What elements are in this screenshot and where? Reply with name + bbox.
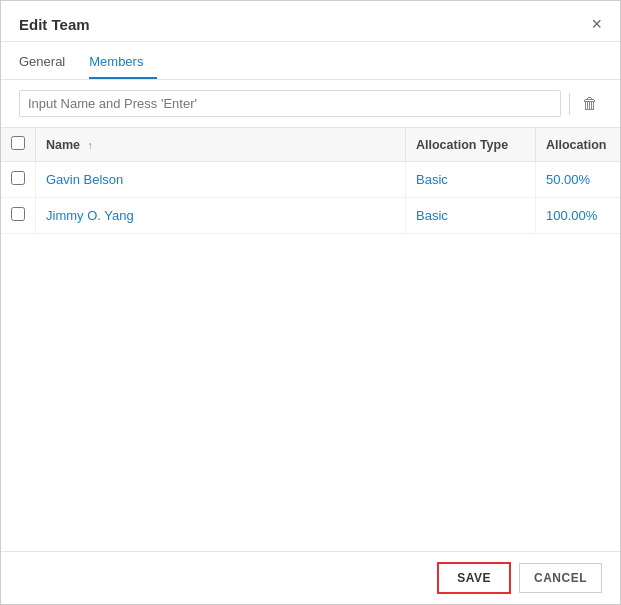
search-bar: 🗑 xyxy=(1,80,620,128)
modal-header: Edit Team × xyxy=(1,1,620,42)
table-row: Jimmy O. Yang Basic 100.00% xyxy=(1,198,620,234)
close-button[interactable]: × xyxy=(591,15,602,33)
modal-footer: SAVE CANCEL xyxy=(1,551,620,604)
members-table-wrapper: Name ↑ Allocation Type Allocation xyxy=(1,128,620,551)
col-header-allocation: Allocation xyxy=(536,128,621,162)
edit-team-modal: Edit Team × General Members 🗑 Name xyxy=(0,0,621,605)
row-2-alloc-type-cell: Basic xyxy=(406,198,536,234)
save-button[interactable]: SAVE xyxy=(437,562,511,594)
row-2-checkbox[interactable] xyxy=(11,207,25,221)
table-row: Gavin Belson Basic 50.00% xyxy=(1,162,620,198)
member-name-link[interactable]: Jimmy O. Yang xyxy=(46,208,134,223)
row-1-alloc-value: 50.00% xyxy=(546,172,590,187)
row-1-alloc-cell: 50.00% xyxy=(536,162,621,198)
members-table: Name ↑ Allocation Type Allocation xyxy=(1,128,620,234)
delete-icon[interactable]: 🗑 xyxy=(578,95,602,113)
row-1-alloc-type: Basic xyxy=(416,172,448,187)
modal-title: Edit Team xyxy=(19,16,90,33)
row-1-name-cell: Gavin Belson xyxy=(36,162,406,198)
col-header-allocation-type: Allocation Type xyxy=(406,128,536,162)
row-2-alloc-value: 100.00% xyxy=(546,208,597,223)
header-checkbox-cell xyxy=(1,128,36,162)
tabs-bar: General Members xyxy=(1,46,620,80)
member-name-link[interactable]: Gavin Belson xyxy=(46,172,123,187)
row-1-checkbox[interactable] xyxy=(11,171,25,185)
vertical-divider xyxy=(569,93,570,115)
row-2-name-cell: Jimmy O. Yang xyxy=(36,198,406,234)
sort-icon: ↑ xyxy=(88,139,94,151)
row-checkbox-cell xyxy=(1,198,36,234)
tab-general[interactable]: General xyxy=(19,46,79,79)
cancel-button[interactable]: CANCEL xyxy=(519,563,602,593)
search-input[interactable] xyxy=(19,90,561,117)
row-2-alloc-cell: 100.00% xyxy=(536,198,621,234)
tab-members[interactable]: Members xyxy=(89,46,157,79)
table-header-row: Name ↑ Allocation Type Allocation xyxy=(1,128,620,162)
row-checkbox-cell xyxy=(1,162,36,198)
col-header-name: Name ↑ xyxy=(36,128,406,162)
row-2-alloc-type: Basic xyxy=(416,208,448,223)
row-1-alloc-type-cell: Basic xyxy=(406,162,536,198)
select-all-checkbox[interactable] xyxy=(11,136,25,150)
